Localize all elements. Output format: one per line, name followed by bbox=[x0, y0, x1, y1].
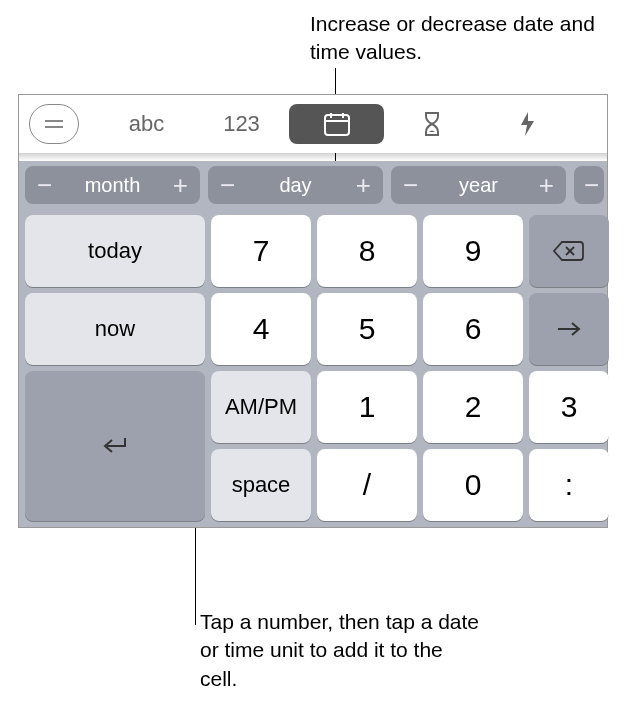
plus-icon: + bbox=[173, 170, 188, 201]
minus-icon: − bbox=[584, 170, 599, 201]
minus-icon: − bbox=[220, 170, 235, 201]
key-colon[interactable]: : bbox=[529, 449, 609, 521]
key-5[interactable]: 5 bbox=[317, 293, 417, 365]
key-4[interactable]: 4 bbox=[211, 293, 311, 365]
unit-label: day bbox=[279, 174, 311, 197]
tab-text[interactable]: abc bbox=[99, 104, 194, 144]
callout-bottom: Tap a number, then tap a date or time un… bbox=[200, 608, 480, 693]
unit-label: month bbox=[85, 174, 141, 197]
unit-year[interactable]: − year + bbox=[391, 166, 566, 204]
key-2[interactable]: 2 bbox=[423, 371, 523, 443]
key-slash[interactable]: / bbox=[317, 449, 417, 521]
callout-top: Increase or decrease date and time value… bbox=[310, 10, 610, 67]
plus-icon: + bbox=[539, 170, 554, 201]
unit-more[interactable]: − bbox=[574, 166, 604, 204]
key-backspace[interactable] bbox=[529, 215, 609, 287]
svg-rect-2 bbox=[325, 115, 349, 135]
unit-label: year bbox=[459, 174, 498, 197]
key-9[interactable]: 9 bbox=[423, 215, 523, 287]
key-3[interactable]: 3 bbox=[529, 371, 609, 443]
tab-quick[interactable] bbox=[479, 104, 574, 144]
backspace-icon bbox=[552, 240, 586, 262]
formula-editor-button[interactable] bbox=[29, 104, 79, 144]
unit-month[interactable]: − month + bbox=[25, 166, 200, 204]
keyboard-top-toolbar: abc 123 bbox=[19, 95, 607, 153]
keypad: today 7 8 9 now 4 5 6 AM/PM 1 2 3 bbox=[19, 209, 607, 527]
toolbar-shadow bbox=[19, 153, 607, 161]
equals-icon bbox=[43, 117, 65, 131]
unit-day[interactable]: − day + bbox=[208, 166, 383, 204]
key-today[interactable]: today bbox=[25, 215, 205, 287]
key-0[interactable]: 0 bbox=[423, 449, 523, 521]
minus-icon: − bbox=[37, 170, 52, 201]
key-7[interactable]: 7 bbox=[211, 215, 311, 287]
key-now[interactable]: now bbox=[25, 293, 205, 365]
unit-adjust-row: − month + − day + − year + − bbox=[19, 161, 607, 209]
lightning-icon bbox=[518, 110, 536, 138]
arrow-right-icon bbox=[556, 320, 582, 338]
plus-icon: + bbox=[356, 170, 371, 201]
key-ampm[interactable]: AM/PM bbox=[211, 371, 311, 443]
hourglass-icon bbox=[421, 110, 443, 138]
minus-icon: − bbox=[403, 170, 418, 201]
tab-datetime[interactable] bbox=[289, 104, 384, 144]
key-space[interactable]: space bbox=[211, 449, 311, 521]
key-next[interactable] bbox=[529, 293, 609, 365]
tab-numeric[interactable]: 123 bbox=[194, 104, 289, 144]
key-6[interactable]: 6 bbox=[423, 293, 523, 365]
datetime-keyboard: abc 123 − month + bbox=[18, 94, 608, 528]
key-return[interactable] bbox=[25, 371, 205, 521]
key-8[interactable]: 8 bbox=[317, 215, 417, 287]
tab-duration[interactable] bbox=[384, 104, 479, 144]
key-1[interactable]: 1 bbox=[317, 371, 417, 443]
calendar-icon bbox=[322, 111, 352, 137]
return-icon bbox=[101, 435, 129, 457]
